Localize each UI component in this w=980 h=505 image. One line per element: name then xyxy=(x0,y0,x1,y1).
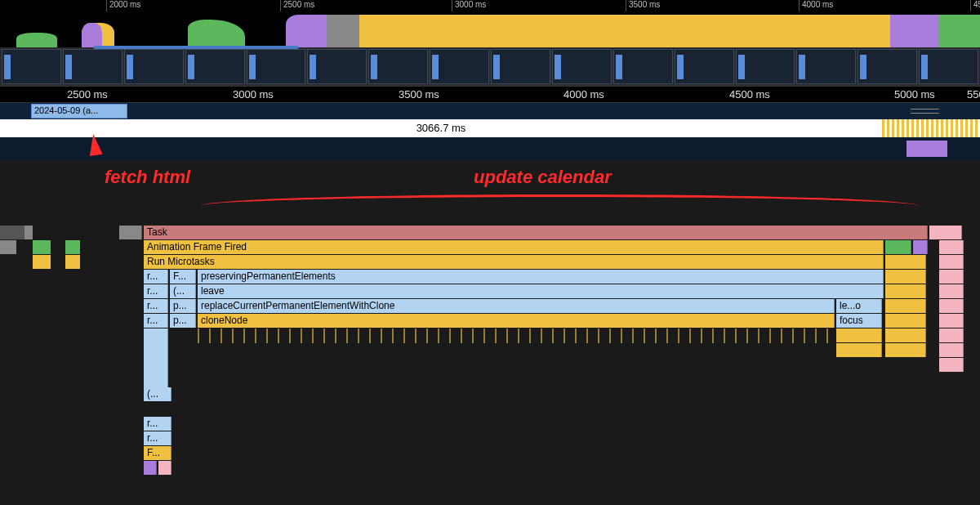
film-frame[interactable] xyxy=(247,49,306,84)
flame-cell[interactable] xyxy=(144,461,157,475)
flame-cell[interactable] xyxy=(885,328,926,342)
network-request-tail[interactable] xyxy=(911,109,939,114)
film-frame[interactable] xyxy=(736,49,795,84)
timing-stripes xyxy=(882,119,980,137)
ruler-tick: 2500 ms xyxy=(64,88,108,101)
flame-cell[interactable] xyxy=(939,270,964,284)
flame-cell[interactable]: F... xyxy=(170,270,196,284)
flame-cell[interactable]: r... xyxy=(144,431,172,445)
flame-cell[interactable]: r... xyxy=(144,270,168,284)
cpu-graph xyxy=(0,11,980,47)
flame-cell[interactable] xyxy=(939,343,964,357)
flame-cell[interactable] xyxy=(885,270,926,284)
flame-cell[interactable] xyxy=(885,343,926,357)
film-frame[interactable] xyxy=(858,49,917,84)
flame-cell[interactable]: p... xyxy=(170,314,196,328)
network-lane[interactable]: 2024-05-09 (a... xyxy=(0,103,980,119)
flame-cell[interactable] xyxy=(885,314,926,328)
overview-tick: 2000 ms xyxy=(106,0,140,11)
film-frame[interactable] xyxy=(613,49,673,84)
flame-cell[interactable] xyxy=(119,226,142,239)
flame-animation-frame[interactable]: Animation Frame Fired xyxy=(144,240,884,254)
overview-tick: 3000 ms xyxy=(452,0,486,11)
flame-cell[interactable] xyxy=(885,299,926,313)
flame-cell[interactable] xyxy=(885,240,911,254)
film-frame[interactable] xyxy=(307,49,367,84)
flame-task[interactable]: Task xyxy=(144,226,928,239)
flame-frame[interactable]: preservingPermanentElements xyxy=(198,270,884,284)
film-frame[interactable] xyxy=(368,49,428,84)
flame-cell[interactable]: r... xyxy=(144,314,168,328)
annotation-fetch: fetch html xyxy=(105,167,190,188)
brace-icon xyxy=(200,194,919,206)
annotation-update: update calendar xyxy=(474,167,612,188)
annotation-overlay: fetch html update calendar xyxy=(0,159,980,224)
flame-cell[interactable] xyxy=(836,328,882,342)
flame-cell[interactable]: r... xyxy=(144,299,168,313)
flame-cell[interactable] xyxy=(939,314,964,328)
flame-cell[interactable] xyxy=(158,461,172,475)
flame-cell[interactable]: F... xyxy=(144,446,172,460)
film-frame[interactable] xyxy=(796,49,856,84)
flame-cell[interactable]: (... xyxy=(144,387,172,401)
cpu-overview[interactable]: 2000 ms 2500 ms 3000 ms 3500 ms 4000 ms … xyxy=(0,0,980,47)
flame-cell[interactable]: focus xyxy=(836,314,882,328)
flame-cell[interactable] xyxy=(939,284,964,298)
flame-cell[interactable] xyxy=(939,255,964,269)
interaction-block[interactable] xyxy=(906,141,947,157)
flame-cell[interactable]: r... xyxy=(144,284,168,298)
timings-lane[interactable]: 3066.7 ms xyxy=(0,119,980,137)
flame-cell[interactable] xyxy=(836,343,882,357)
film-frame[interactable] xyxy=(675,49,734,84)
flame-cell[interactable] xyxy=(939,299,964,313)
film-frame[interactable] xyxy=(491,49,550,84)
flame-cell[interactable]: (... xyxy=(170,284,196,298)
flame-microtasks[interactable]: Run Microtasks xyxy=(144,255,884,269)
flame-cell[interactable] xyxy=(885,255,926,269)
flame-cell[interactable]: le...o xyxy=(836,299,882,313)
network-request[interactable]: 2024-05-09 (a... xyxy=(31,104,127,118)
timeline-ruler[interactable]: 2500 ms 3000 ms 3500 ms 4000 ms 4500 ms … xyxy=(0,87,980,103)
overview-tick: 3500 ms xyxy=(626,0,660,11)
ruler-tick: 4000 ms xyxy=(560,88,604,101)
timing-bar[interactable]: 3066.7 ms xyxy=(0,119,882,137)
flame-cell[interactable]: p... xyxy=(170,299,196,313)
film-frame[interactable] xyxy=(124,49,184,84)
film-frame[interactable] xyxy=(919,49,978,84)
screenshot-filmstrip[interactable] xyxy=(0,47,980,87)
flame-cell[interactable] xyxy=(885,284,926,298)
ruler-tick: 3500 ms xyxy=(395,88,439,101)
ruler-tick: 4500 ms xyxy=(726,88,770,101)
flame-cell[interactable] xyxy=(939,240,964,254)
flame-cell[interactable] xyxy=(939,328,964,342)
flame-cell[interactable]: r... xyxy=(144,417,172,431)
interactions-lane[interactable] xyxy=(0,137,980,160)
flame-frame[interactable]: leave xyxy=(198,284,884,298)
film-frame[interactable] xyxy=(63,49,122,84)
flame-cell[interactable] xyxy=(913,240,928,254)
flame-cell[interactable] xyxy=(929,226,962,239)
flame-cell[interactable] xyxy=(939,358,964,372)
film-frame[interactable] xyxy=(430,49,489,84)
ruler-tick: 5000 ms xyxy=(891,88,935,101)
ruler-tick: 3000 ms xyxy=(229,88,274,101)
film-frame[interactable] xyxy=(552,49,612,84)
film-frame[interactable] xyxy=(185,49,245,84)
overview-tick: 2500 ms xyxy=(280,0,314,11)
flame-chart[interactable]: Task Animation Frame Fired Run Microtask… xyxy=(0,226,980,505)
flame-frame[interactable]: replaceCurrentPermanentElementWithClone xyxy=(198,299,835,313)
overview-ruler: 2000 ms 2500 ms 3000 ms 3500 ms 4000 ms … xyxy=(0,0,980,11)
flame-frame[interactable]: cloneNode xyxy=(198,314,835,328)
overview-tick: 4500 ms xyxy=(970,0,980,11)
overview-tick: 4000 ms xyxy=(799,0,833,11)
timing-value: 3066.7 ms xyxy=(416,122,466,134)
film-frame[interactable] xyxy=(2,49,61,84)
